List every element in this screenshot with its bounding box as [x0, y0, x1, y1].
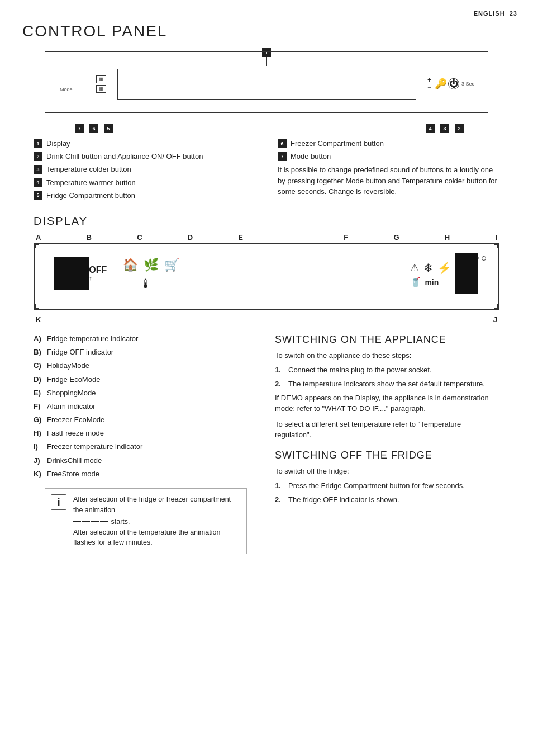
label-A: A [36, 233, 41, 242]
item-I: I) Freezer temperature indicator [34, 442, 258, 452]
page-title: CONTROL PANEL [22, 22, 511, 40]
switching-on-title: SWITCHING ON THE APPLIANCE [275, 334, 499, 346]
display-bottom-labels: K J [22, 315, 511, 326]
power-icon: ⏻ [448, 78, 459, 89]
lang-label: ENGLISH [474, 10, 505, 17]
item-C: C) HolidayMode [34, 361, 258, 371]
switching-on-note2: To select a different set temperature re… [275, 419, 499, 441]
legend-text-5: Fridge Compartment button [46, 191, 255, 201]
legend-badge-4: 4 [34, 178, 42, 187]
switching-on-note1: If DEMO appears on the Display, the appl… [275, 393, 499, 414]
label-G: G [393, 233, 399, 242]
legend-text-2: Drink Chill button and Appliance ON/ OFF… [46, 152, 255, 162]
badge-2: 2 [455, 124, 464, 133]
switching-on-steps: 1. Connect the mains plug to the power s… [275, 365, 499, 389]
label-I: I [495, 233, 497, 242]
holiday-mode-icon: 🏠 [123, 258, 138, 272]
drinkchill-icon: 🥤 [410, 277, 421, 287]
degree-celsius-icon: ° [477, 256, 479, 262]
legend-item-6: 6 Freezer Compartment button [278, 139, 499, 149]
freezer-indicator-circle [482, 256, 486, 261]
key-icon: 🔑 [435, 78, 447, 90]
info-icon: i [51, 494, 66, 510]
legend-text-7: Mode button [291, 152, 499, 162]
label-B: B [87, 233, 92, 242]
min-text: min [425, 278, 439, 287]
freezer-snowflake-icon: ❄ [423, 261, 433, 275]
diagram-box: Mode ▦ ▦ + − 🔑 ⏻ [45, 51, 488, 113]
badge-4: 4 [426, 124, 435, 133]
step-1: 1. Connect the mains plug to the power s… [275, 365, 499, 375]
badge-5: 5 [104, 124, 113, 133]
icon-square-top: ▦ [96, 75, 106, 83]
label-D: D [188, 233, 193, 242]
legend-section: 1 Display 2 Drink Chill button and Appli… [34, 139, 499, 204]
item-J: J) DrinksChill mode [34, 456, 258, 466]
badge-3: 3 [440, 124, 449, 133]
legend-badge-1: 1 [34, 139, 42, 148]
display-top-labels: A B C D E F G H I [22, 233, 511, 243]
switching-col: SWITCHING ON THE APPLIANCE To switch on … [275, 334, 499, 560]
legend-text-1: Display [46, 139, 255, 149]
legend-badge-6: 6 [278, 139, 287, 148]
fridge-temp-display: ██ OFF ↑ [44, 249, 115, 300]
lower-section: A) Fridge temperature indicator B) Fridg… [34, 334, 499, 560]
item-A: A) Fridge temperature indicator [34, 334, 258, 344]
page-number: 23 [510, 10, 517, 17]
label-K-bottom: K [36, 315, 41, 324]
legend-right-col: 6 Freezer Compartment button 7 Mode butt… [278, 139, 499, 204]
mode-label: Mode [60, 87, 73, 92]
label-E: E [238, 233, 243, 242]
legend-badge-2: 2 [34, 152, 42, 161]
label-spacer [288, 233, 298, 242]
eco-mode-icon: 🌿 [144, 258, 159, 272]
legend-item-5: 5 Fridge Compartment button [34, 191, 255, 201]
badge-7: 7 [75, 124, 84, 133]
sec-label: 3 Sec [461, 81, 474, 87]
arrow-up-icon: ↑ [89, 275, 107, 281]
page-header: ENGLISH 23 [474, 10, 517, 17]
numbers-left: 7 6 5 [75, 124, 113, 133]
legend-text-3: Temperature colder button [46, 164, 255, 174]
item-K: K) FreeStore mode [34, 469, 258, 479]
items-list: A) Fridge temperature indicator B) Fridg… [34, 334, 258, 483]
legend-item-7: 7 Mode button [278, 152, 499, 162]
info-box: i After selection of the fridge or freez… [45, 488, 247, 554]
off-text: OFF [89, 266, 107, 275]
label-J-bottom: J [493, 315, 497, 324]
label-F: F [344, 233, 348, 242]
dash-animation: ———— [73, 517, 109, 526]
fastfreeze-icon: ⚡ [437, 261, 451, 275]
display-diagram: ██ OFF ↑ 🏠 🌿 🛒 🌡 [34, 243, 499, 310]
step-2: 2. The temperature indicators show the s… [275, 379, 499, 389]
item-D: D) Fridge EcoMode [34, 375, 258, 385]
off-step-1: 1. Press the Fridge Compartment button f… [275, 481, 499, 491]
freestore-icon: 🌡 [140, 277, 152, 291]
bottom-icons-row: 🌡 [123, 277, 152, 291]
item-G: G) Freezer EcoMode [34, 415, 258, 425]
legend-text-4: Temperature warmer button [46, 178, 255, 188]
legend-badge-5: 5 [34, 191, 42, 200]
legend-badge-7: 7 [278, 152, 287, 161]
legend-note: It is possible to change predefined soun… [278, 164, 499, 197]
icon-square-bottom: ▦ [96, 85, 106, 93]
switching-off-intro: To switch off the fridge: [275, 466, 499, 477]
switching-off-steps: 1. Press the Fridge Compartment button f… [275, 481, 499, 504]
info-text: After selection of the fridge or freezer… [73, 494, 241, 548]
display-section-title: DISPLAY [34, 215, 499, 228]
switching-on-intro: To switch on the appliance do these step… [275, 350, 499, 361]
label-C: C [137, 233, 142, 242]
mode-icons-area: 🏠 🌿 🛒 🌡 [118, 249, 398, 300]
minus-sign: − [427, 84, 431, 91]
top-icons-row: 🏠 🌿 🛒 [123, 258, 179, 272]
badge-6: 6 [89, 124, 98, 133]
legend-text-6: Freezer Compartment button [291, 139, 499, 149]
fridge-indicator-circle [47, 272, 51, 276]
legend-badge-3: 3 [34, 165, 42, 174]
item-H: H) FastFreeze mode [34, 428, 258, 438]
freezer-seg-digits: ██ [455, 254, 477, 275]
diagram-display-area [117, 69, 416, 100]
display-items-col: A) Fridge temperature indicator B) Fridg… [34, 334, 258, 560]
legend-item-2: 2 Drink Chill button and Appliance ON/ O… [34, 152, 255, 162]
alarm-icon: ⚠ [410, 262, 419, 274]
